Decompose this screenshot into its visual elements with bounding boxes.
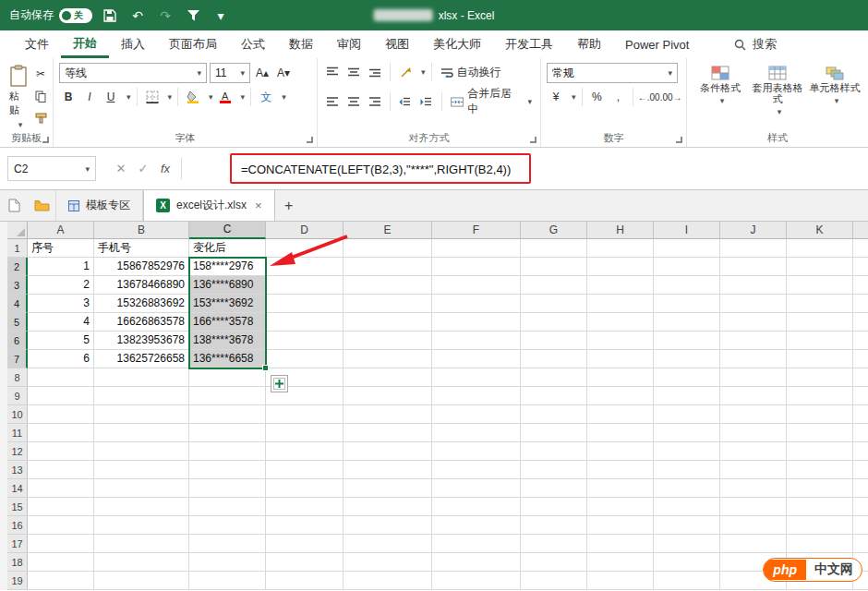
column-header-D[interactable]: D [266, 222, 344, 239]
cell-B7[interactable]: 13625726658 [94, 350, 189, 368]
cell-B4[interactable]: 15326883692 [94, 295, 189, 313]
tab-template-zone[interactable]: 模板专区 [55, 190, 143, 221]
row-header-2[interactable]: 2 [7, 258, 28, 276]
cell-K16[interactable] [787, 516, 853, 535]
cell-F15[interactable] [432, 498, 521, 516]
cell-styles-button[interactable]: 单元格样式 ▾ [807, 63, 862, 117]
cell-B8[interactable] [94, 368, 189, 387]
cell-I6[interactable] [654, 332, 720, 350]
cell-K1[interactable] [787, 239, 853, 258]
cell-B16[interactable] [94, 516, 189, 535]
cell-H5[interactable] [587, 313, 654, 332]
row-header-10[interactable]: 10 [7, 405, 28, 424]
font-size-combo[interactable]: 11 ▾ [210, 63, 250, 83]
cell-I15[interactable] [654, 498, 720, 516]
cell-B2[interactable]: 15867852976 [94, 258, 189, 276]
decrease-indent-icon[interactable] [396, 92, 415, 111]
cell-C11[interactable] [189, 424, 266, 442]
column-header-G[interactable]: G [521, 222, 587, 239]
cell-H11[interactable] [587, 424, 654, 442]
cell-G8[interactable] [521, 368, 587, 387]
cell-D6[interactable] [266, 332, 344, 350]
cell-C7[interactable]: 136****6658 [189, 350, 266, 368]
row-header-11[interactable]: 11 [7, 424, 28, 442]
cell-J17[interactable] [720, 535, 787, 553]
cell-A4[interactable]: 3 [28, 295, 94, 313]
row-header-8[interactable]: 8 [7, 368, 28, 387]
cell-J3[interactable] [720, 276, 787, 295]
cell-D15[interactable] [266, 498, 344, 516]
number-format-combo[interactable]: 常规 ▾ [547, 63, 678, 83]
cell-H10[interactable] [587, 405, 654, 424]
save-icon[interactable] [102, 7, 118, 24]
cell-E17[interactable] [344, 535, 432, 553]
cell-C3[interactable]: 136****6890 [189, 276, 266, 295]
cell-I19[interactable] [654, 572, 720, 590]
cell-K5[interactable] [787, 313, 853, 332]
cell-G1[interactable] [521, 239, 587, 258]
cell-H3[interactable] [587, 276, 654, 295]
cell-G4[interactable] [521, 295, 587, 313]
cell-I4[interactable] [654, 295, 720, 313]
cell-C18[interactable] [189, 553, 266, 572]
cell-A16[interactable] [28, 516, 94, 535]
cell-D1[interactable] [266, 239, 344, 258]
cell-H17[interactable] [587, 535, 654, 553]
increase-indent-icon[interactable] [417, 92, 436, 111]
cell-H19[interactable] [587, 572, 654, 590]
ribbon-tab-文件[interactable]: 文件 [13, 30, 61, 58]
cell-F8[interactable] [432, 368, 521, 387]
cell-E18[interactable] [344, 553, 432, 572]
redo-icon[interactable]: ↷ [157, 7, 174, 24]
ribbon-tab-美化大师[interactable]: 美化大师 [421, 30, 493, 58]
cell-I11[interactable] [654, 424, 720, 442]
row-header-17[interactable]: 17 [7, 535, 28, 553]
cell-B10[interactable] [94, 405, 189, 424]
cell-G7[interactable] [521, 350, 587, 368]
cell-H18[interactable] [587, 553, 654, 572]
wrap-text-button[interactable]: 自动换行 [438, 65, 504, 80]
ribbon-tab-视图[interactable]: 视图 [373, 30, 421, 58]
cell-C8[interactable] [189, 368, 266, 387]
cell-J6[interactable] [720, 332, 787, 350]
cell-B6[interactable]: 13823953678 [94, 332, 189, 350]
cell-C6[interactable]: 138****3678 [189, 332, 266, 350]
cell-C9[interactable] [189, 387, 266, 405]
cell-A9[interactable] [28, 387, 94, 405]
cell-D16[interactable] [266, 516, 344, 535]
fill-handle[interactable] [262, 365, 269, 371]
cell-F10[interactable] [432, 405, 521, 424]
cell-J11[interactable] [720, 424, 787, 442]
new-file-icon[interactable] [0, 190, 28, 221]
cell-E16[interactable] [344, 516, 432, 535]
ribbon-tab-Power Pivot[interactable]: Power Pivot [613, 30, 701, 58]
cell-G15[interactable] [521, 498, 587, 516]
column-header-B[interactable]: B [94, 222, 189, 239]
cell-A8[interactable] [28, 368, 94, 387]
row-header-1[interactable]: 1 [7, 239, 28, 258]
cell-K15[interactable] [787, 498, 853, 516]
cell-G12[interactable] [521, 442, 587, 461]
cell-F13[interactable] [432, 461, 521, 479]
cell-I17[interactable] [654, 535, 720, 553]
cell-D2[interactable] [266, 258, 344, 276]
align-right-icon[interactable] [366, 92, 384, 111]
cell-E2[interactable] [344, 258, 432, 276]
cell-J14[interactable] [720, 479, 787, 498]
cell-A15[interactable] [28, 498, 94, 516]
row-header-9[interactable]: 9 [7, 387, 28, 405]
row-header-18[interactable]: 18 [7, 553, 28, 572]
cell-D3[interactable] [266, 276, 344, 295]
align-center-icon[interactable] [344, 92, 363, 111]
cell-B18[interactable] [94, 553, 189, 572]
cell-G16[interactable] [521, 516, 587, 535]
cell-I9[interactable] [654, 387, 720, 405]
row-header-6[interactable]: 6 [7, 332, 28, 350]
cell-G18[interactable] [521, 553, 587, 572]
cell-F16[interactable] [432, 516, 521, 535]
cell-H15[interactable] [587, 498, 654, 516]
cell-B12[interactable] [94, 442, 189, 461]
cell-D12[interactable] [266, 442, 344, 461]
cell-I18[interactable] [654, 553, 720, 572]
cell-K3[interactable] [787, 276, 853, 295]
